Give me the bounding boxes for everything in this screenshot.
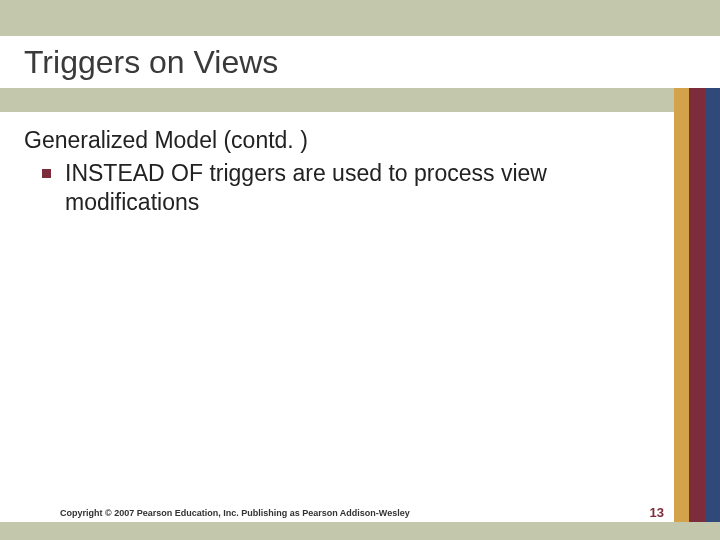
page-number: 13 [650,505,664,520]
content-subhead: Generalized Model (contd. ) [24,126,640,155]
square-bullet-icon [42,169,51,178]
bullet-item: INSTEAD OF triggers are used to process … [24,159,640,217]
bullet-text: INSTEAD OF triggers are used to process … [65,159,640,217]
mid-band [0,88,720,112]
stripe-blue [705,88,720,112]
stripe-maroon [689,88,704,112]
slide-title: Triggers on Views [24,44,278,81]
footer-copyright: Copyright © 2007 Pearson Education, Inc.… [60,508,410,518]
slide: Triggers on Views Generalized Model (con… [0,0,720,540]
rail-mustard [674,112,689,522]
top-bar [0,0,720,36]
right-rail [674,112,720,522]
content-area: Generalized Model (contd. ) INSTEAD OF t… [24,126,640,216]
rail-blue [705,112,720,522]
stripe-accents-top [674,88,720,112]
rail-maroon [689,112,704,522]
stripe-mustard [674,88,689,112]
bottom-bar [0,522,720,540]
